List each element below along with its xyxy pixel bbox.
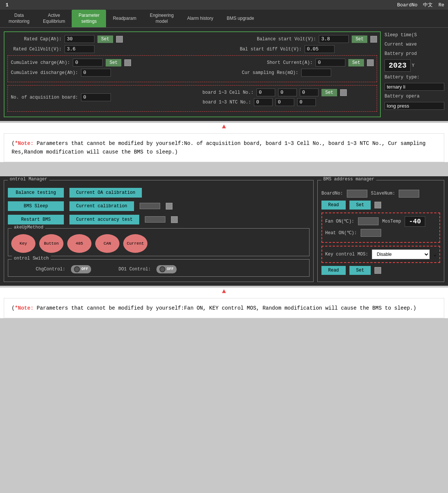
rated-cellvolt-input[interactable] bbox=[65, 45, 94, 53]
cumulative-charge-label: Cumulative charge(Ah): bbox=[11, 60, 70, 65]
set-button-3[interactable]: Set bbox=[106, 59, 121, 66]
bottom-checkbox[interactable] bbox=[374, 267, 381, 274]
note2-star: *Note: bbox=[15, 305, 33, 311]
cumulative-discharge-input[interactable] bbox=[81, 69, 111, 77]
balance-start-volt-input[interactable] bbox=[319, 35, 349, 43]
bal-start-diff-label: Bal start diff Volt(V): bbox=[240, 47, 302, 52]
set-button-1[interactable]: Set bbox=[97, 35, 113, 43]
mos-temp-label: MosTemp bbox=[382, 219, 401, 224]
set-button-4[interactable]: Set bbox=[348, 59, 364, 66]
current-accuracy-input[interactable] bbox=[145, 216, 165, 223]
wake-key-button[interactable]: Key bbox=[11, 234, 35, 253]
bms-address-title: BMS address manager bbox=[321, 177, 376, 182]
bms-addr-set-button[interactable]: Set bbox=[349, 201, 371, 210]
rated-cellvolt-label: Rated CellVolt(V): bbox=[7, 47, 62, 52]
year-suffix: Y bbox=[412, 63, 414, 68]
right-sidebar: Sleep time(S Current wave Battery prod 2… bbox=[385, 31, 444, 117]
current-calibration-input[interactable] bbox=[140, 203, 160, 209]
current-calibration-checkbox[interactable] bbox=[166, 203, 172, 210]
battery-type-input[interactable] bbox=[385, 83, 444, 91]
checkbox-5[interactable] bbox=[340, 89, 347, 96]
no-acquisition-input[interactable] bbox=[81, 93, 111, 101]
key-control-select[interactable]: Disable Enable bbox=[372, 249, 430, 259]
refresh-label[interactable]: Re bbox=[438, 2, 444, 8]
tab-data-monitoring[interactable]: Datamonitoring bbox=[2, 10, 36, 27]
note2-text: Parameters that cannot be modified by yo… bbox=[34, 305, 416, 311]
nav-tabs: Datamonitoring ActiveEquilibrium Paramet… bbox=[0, 10, 448, 28]
sleep-time-label: Sleep time(S bbox=[385, 31, 444, 39]
checkbox-4[interactable] bbox=[367, 59, 374, 66]
tab-readparam[interactable]: Readparam bbox=[106, 10, 143, 27]
boardno-label: BoardNo bbox=[397, 2, 418, 8]
board-cell-2-input[interactable] bbox=[278, 89, 297, 96]
bms-sleep-button[interactable]: BMS Sleep bbox=[8, 201, 64, 211]
fan-on-label: Fan ON(℃): bbox=[325, 218, 354, 224]
boardno-input[interactable] bbox=[347, 190, 367, 198]
current-accuracy-checkbox[interactable] bbox=[171, 216, 178, 223]
no-acquisition-label: No. of acquisition board: bbox=[11, 95, 78, 100]
wake-up-title: akeUpMethod bbox=[12, 225, 45, 230]
board-cell-label: board 1~3 Cell No.: bbox=[202, 90, 253, 95]
boardno-label: BoardNo: bbox=[321, 191, 343, 196]
bms-addr-read-button[interactable]: Read bbox=[321, 201, 346, 210]
bottom-read-button[interactable]: Read bbox=[321, 266, 346, 275]
restart-bms-button[interactable]: Restart BMS bbox=[8, 215, 64, 224]
bms-address-section: BMS address manager BoardNo: SlaveNum: R… bbox=[317, 180, 444, 282]
cumulative-charge-input[interactable] bbox=[73, 59, 103, 66]
bottom-set-button[interactable]: Set bbox=[349, 266, 371, 275]
control-manager: ontrol Manager Balance testing Current O… bbox=[4, 180, 314, 282]
current-oa-calibration-button[interactable]: Current OA calibration bbox=[69, 188, 142, 198]
board-ntc-1-input[interactable] bbox=[254, 98, 273, 106]
board-ntc-label: board 1~3 NTC No.: bbox=[202, 100, 251, 105]
chinese-label[interactable]: 中文 bbox=[423, 1, 433, 8]
chg-control-label: ChgControl: bbox=[11, 267, 65, 272]
tab-bms-upgrade[interactable]: BMS upgrade bbox=[220, 10, 261, 27]
bms-addr-checkbox[interactable] bbox=[374, 202, 381, 208]
heat-on-label: Heat ON(℃): bbox=[325, 230, 357, 236]
set-button-2[interactable]: Set bbox=[352, 35, 367, 43]
wake-can-button[interactable]: CAN bbox=[95, 234, 119, 253]
checkbox-2[interactable] bbox=[370, 36, 377, 43]
bal-start-diff-input[interactable] bbox=[305, 45, 335, 53]
board-ntc-3-input[interactable] bbox=[297, 98, 316, 106]
key-control-label: Key control MOS: bbox=[325, 252, 368, 257]
do1-control-toggle[interactable]: OFF bbox=[156, 265, 177, 273]
cumulative-discharge-label: Cumulative discharge(Ah): bbox=[11, 70, 78, 75]
wake-485-button[interactable]: 485 bbox=[67, 234, 91, 253]
current-accuracy-test-button[interactable]: Current accuracy test bbox=[69, 215, 139, 224]
key-control-chevron-icon: ⌄ bbox=[433, 251, 436, 257]
note1-text: Parameters that cannot be modified by yo… bbox=[12, 140, 426, 155]
current-calibration-button[interactable]: Current calibration bbox=[69, 201, 134, 211]
chg-control-toggle[interactable]: OFF bbox=[71, 265, 91, 273]
heat-on-input[interactable] bbox=[361, 229, 381, 237]
wake-current-button[interactable]: Current bbox=[123, 234, 147, 253]
bottom-section: ontrol Manager Balance testing Current O… bbox=[0, 176, 448, 286]
checkbox-1[interactable] bbox=[116, 36, 123, 43]
tab-alarm-history[interactable]: Alarm history bbox=[180, 10, 220, 27]
note1-star: *Note: bbox=[15, 140, 33, 146]
balance-testing-button[interactable]: Balance testing bbox=[8, 188, 64, 198]
do1-control-label: DO1 Control: bbox=[97, 267, 151, 272]
set-button-5[interactable]: Set bbox=[321, 89, 337, 96]
tab-active-equilibrium[interactable]: ActiveEquilibrium bbox=[36, 10, 72, 27]
fan-on-input[interactable] bbox=[358, 217, 379, 225]
slavenum-label: SlaveNum: bbox=[371, 191, 395, 196]
board-ntc-2-input[interactable] bbox=[276, 98, 294, 106]
balance-start-volt-label: Balance start Volt(V): bbox=[257, 37, 316, 42]
checkbox-3[interactable] bbox=[124, 59, 131, 66]
app-title: 1 bbox=[4, 2, 9, 8]
wake-button-button[interactable]: Button bbox=[39, 234, 63, 253]
battery-oper-label: Battery opera bbox=[385, 93, 444, 100]
mos-temp-display: -40 bbox=[405, 216, 425, 227]
battery-oper-input[interactable] bbox=[385, 102, 444, 110]
rated-cap-input[interactable] bbox=[65, 35, 94, 43]
dashed-section-2: No. of acquisition board: board 1~3 Cell… bbox=[7, 85, 377, 112]
cur-sampling-input[interactable] bbox=[301, 69, 331, 77]
board-cell-1-input[interactable] bbox=[256, 89, 275, 96]
tab-engineering-model[interactable]: Engineeringmodel bbox=[143, 10, 180, 27]
cur-sampling-label: Cur sampling Res(mΩ): bbox=[242, 70, 298, 75]
tab-parameter-settings[interactable]: Parametersettings bbox=[72, 10, 106, 27]
short-current-input[interactable] bbox=[315, 59, 345, 66]
slavenum-input[interactable] bbox=[399, 190, 419, 198]
board-cell-3-input[interactable] bbox=[300, 89, 318, 96]
